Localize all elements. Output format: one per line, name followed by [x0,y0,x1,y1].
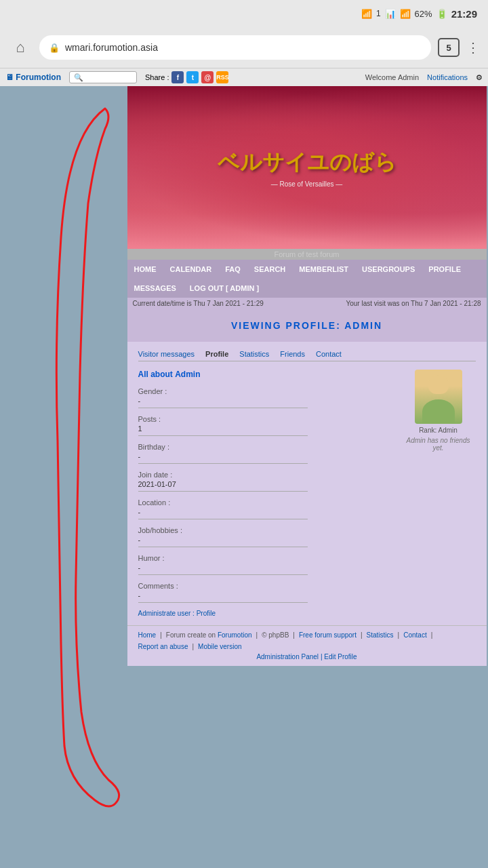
field-comments: Comments : - [138,582,390,603]
battery-icon: 🔋 [436,9,447,19]
forum-wrapper: ベルサイユのばら — Rose of Versailles — Forum of… [127,86,487,666]
field-location: Location : - [138,498,390,519]
forumotion-topbar: 🖥 Forumotion Share : f t @ RSS Welcome A… [0,68,488,86]
administrate-user-link[interactable]: Administrate user : Profile [138,610,390,617]
clock-time: 21:29 [451,8,477,20]
avatar-rank: Rank: Admin [419,427,458,434]
nav-calendar[interactable]: CALENDAR [163,260,219,279]
welcome-text: Welcome Admin [365,73,419,81]
nav-search[interactable]: SEARCH [247,260,292,279]
footer-admin-line: Administration Panel | Edit Profile [138,653,476,660]
administration-panel-link[interactable]: Administration Panel [256,653,319,660]
browser-bar: ⌂ 🔒 wmari.forumotion.asia 5 ⋮ [0,27,488,68]
last-visit: Your last visit was on Thu 7 Jan 2021 - … [346,300,481,307]
forum-footer: Home | Forum create on Forumotion | © ph… [127,625,487,666]
url-text: wmari.forumotion.asia [65,42,158,53]
forumotion-settings-icon[interactable]: ⚙ [476,73,483,82]
email-share-icon[interactable]: @ [201,71,214,83]
status-bar: 📶 1 📊 📶 62% 🔋 21:29 [0,0,488,27]
nav-memberlist[interactable]: MEMBERLIST [292,260,355,279]
field-job-hobbies: Job/hobbies : - [138,526,390,547]
field-birthday: Birthday : - [138,443,390,464]
banner-title: ベルサイユのばら [218,148,396,178]
twitter-share-icon[interactable]: t [186,71,199,83]
profile-fields: All about Admin Gender : - Posts : 1 [138,370,390,617]
profile-tabs: Visitor messages Profile Statistics Frie… [138,350,476,361]
info-bar: Current date/time is Thu 7 Jan 2021 - 21… [127,298,487,309]
nav-home[interactable]: HOME [127,260,163,279]
facebook-share-icon[interactable]: f [171,71,184,83]
banner-footer-text: Forum of test forum [127,249,487,260]
tab-profile[interactable]: Profile [205,350,228,358]
home-icon: ⌂ [16,39,24,56]
notifications-link[interactable]: Notifications [427,73,468,81]
nav-messages[interactable]: MESSAGES [127,279,183,298]
profile-username: ADMIN [344,320,382,331]
avatar [415,370,462,424]
forumotion-search-input[interactable] [69,71,137,83]
avatar-head [428,375,449,394]
tab-visitor-messages[interactable]: Visitor messages [138,350,195,358]
all-about-username: Admin [175,370,200,379]
avatar-body [422,399,455,424]
profile-body: All about Admin Gender : - Posts : 1 [138,370,476,617]
signal-icon: 📊 [385,9,396,19]
lock-icon: 🔒 [49,43,60,53]
footer-contact-link[interactable]: Contact [403,631,426,639]
footer-free-support-link[interactable]: Free forum support [299,631,357,639]
tab-friends[interactable]: Friends [280,350,305,358]
profile-header: VIEWING PROFILE: ADMIN [127,309,487,342]
field-posts: Posts : 1 [138,415,390,436]
current-datetime: Current date/time is Thu 7 Jan 2021 - 21… [133,300,264,307]
signal-bars: 📶 [400,9,411,19]
edit-profile-link[interactable]: Edit Profile [324,653,357,660]
tab-contact[interactable]: Contact [316,350,342,358]
status-icons: 📶 1 📊 📶 62% 🔋 21:29 [361,8,477,20]
all-about-heading: All about Admin [138,370,390,379]
field-gender: Gender : - [138,387,390,408]
field-humor: Humor : - [138,554,390,575]
footer-links: Home | Forum create on Forumotion | © ph… [138,631,476,650]
nav-profile[interactable]: PROFILE [422,260,468,279]
tab-statistics[interactable]: Statistics [239,350,269,358]
profile-content: Visitor messages Profile Statistics Frie… [127,342,487,625]
footer-phpbb: © phpBB [262,631,289,639]
avatar-friends-status: Admin has no friends yet. [401,437,476,452]
url-bar[interactable]: 🔒 wmari.forumotion.asia [39,35,431,60]
nav-faq[interactable]: FAQ [218,260,247,279]
forumotion-logo[interactable]: 🖥 Forumotion [5,73,61,82]
nav-logout[interactable]: LOG OUT [ ADMIN ] [183,279,266,298]
signal-bar-1: 1 [376,9,381,18]
forumotion-link[interactable]: Forumotion [218,631,252,639]
home-button[interactable]: ⌂ [8,35,33,60]
footer-statistics-link[interactable]: Statistics [367,631,394,639]
forum-banner: ベルサイユのばら — Rose of Versailles — [127,86,487,249]
browser-content: ベルサイユのばら — Rose of Versailles — Forum of… [0,86,488,666]
footer-mobile-link[interactable]: Mobile version [198,643,241,650]
field-joindate: Join date : 2021-01-07 [138,471,390,492]
navigation-bar: HOME CALENDAR FAQ SEARCH MEMBERLIST USER… [127,260,487,298]
profile-avatar-section: Rank: Admin Admin has no friends yet. [401,370,476,617]
share-label: Share : [145,73,169,81]
wifi-icon: 📶 [361,9,372,19]
footer-report-link[interactable]: Report an abuse [138,643,188,650]
footer-home-link[interactable]: Home [138,631,157,639]
nav-usergroups[interactable]: USERGROUPS [355,260,422,279]
tab-count[interactable]: 5 [438,38,460,57]
battery-percent: 62% [415,9,432,19]
footer-forum-create: Forum create on Forumotion [166,631,252,639]
share-section: Share : f t @ RSS [145,71,228,83]
viewing-profile-label: VIEWING PROFILE: [231,320,341,331]
rss-share-icon[interactable]: RSS [216,71,228,83]
browser-menu-button[interactable]: ⋮ [466,39,480,56]
banner-subtitle: — Rose of Versailles — [271,180,343,188]
